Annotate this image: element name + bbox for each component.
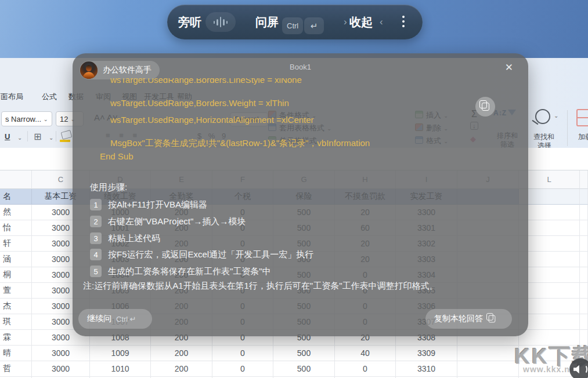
grid-cell[interactable] — [580, 205, 588, 220]
copy-answer-button[interactable]: 复制本轮回答 — [425, 309, 512, 329]
grid-cell[interactable]: 500 — [273, 346, 335, 361]
divider — [56, 131, 56, 141]
angle-icon: › — [344, 5, 347, 39]
find-select-icon[interactable] — [535, 109, 550, 124]
grid-cell[interactable] — [457, 346, 519, 361]
grid-cell[interactable]: 200 — [151, 346, 212, 361]
grid-cell[interactable]: 3000 — [32, 361, 90, 377]
underline-button[interactable]: U — [5, 132, 10, 141]
step-text: 按F5运行宏，或返回Excel通过「开发工具一宏」执行 — [108, 249, 313, 260]
table-header-cell[interactable] — [580, 189, 588, 205]
grid-cell[interactable]: 涵 — [0, 252, 32, 267]
step-text: 生成的工资条将保存在新工作表"工资条"中 — [108, 266, 271, 277]
chevron-down-icon: ⌄ — [17, 135, 22, 141]
grid-cell[interactable] — [580, 252, 588, 267]
ctrl-keycap: Ctrl — [282, 17, 303, 34]
grid-cell[interactable]: 1010 — [90, 361, 151, 377]
grid-cell[interactable]: 轩 — [0, 236, 32, 252]
grid-cell[interactable]: 霖 — [0, 330, 32, 346]
step-number: 5 — [90, 266, 102, 277]
note-text: 注:运行前请确保数据从A1开始且表头在第1行，执行后可在"工资条"工作表中调整打… — [83, 281, 521, 292]
listen-button[interactable]: 旁听 — [178, 5, 201, 39]
screen: 页面布局公式数据审阅视图开发工具帮助 s Narrow...⌄ 12⌄ U ⌄ … — [0, 0, 588, 378]
grid-cell[interactable] — [580, 299, 588, 314]
continue-ask-button[interactable]: 继续问 Ctrl ↵ — [78, 309, 152, 329]
angle-icon: ‹ — [380, 5, 383, 39]
grid-cell[interactable] — [580, 283, 588, 299]
grid-cell[interactable]: 萱 — [0, 283, 32, 299]
code-line: MsgBox"工资条生成完成!共"&(lastRow-1)&"条记录"，vbIn… — [110, 138, 370, 149]
code-line: wsTarget.UsedRange,HorizontalAlignment =… — [110, 115, 314, 125]
chevron-down-icon: ⌄ — [554, 112, 558, 119]
code-line: End Sub — [100, 151, 134, 161]
addins-label: 加载 — [578, 132, 588, 142]
ribbon-tab[interactable]: 公式 — [42, 88, 57, 106]
more-menu-icon[interactable] — [402, 16, 405, 27]
grid-cell[interactable]: 500 — [273, 361, 335, 377]
grid-cell[interactable]: 3000 — [32, 346, 90, 361]
grid-cell[interactable]: 琪 — [0, 314, 32, 330]
copy-icon — [489, 315, 496, 323]
grid-cell[interactable] — [580, 220, 588, 236]
grid-cell[interactable] — [580, 236, 588, 252]
collapse-button[interactable]: 收起 — [349, 5, 373, 39]
speaker-icon[interactable] — [569, 358, 588, 378]
font-size-value: 12 — [60, 115, 68, 123]
step-number: 1 — [90, 199, 102, 210]
addins-icon[interactable] — [576, 109, 588, 126]
grid-cell[interactable]: 杰 — [0, 299, 32, 314]
step-item: 4按F5运行宏，或返回Excel通过「开发工具一宏」执行 — [90, 249, 313, 260]
grid-cell[interactable]: 哲 — [0, 361, 32, 377]
step-number: 3 — [90, 232, 102, 244]
close-icon[interactable]: ✕ — [505, 61, 513, 74]
grid-cell[interactable]: 0 — [212, 346, 273, 361]
grid-cell[interactable] — [580, 267, 588, 283]
enter-keycap: ↵ — [304, 17, 324, 34]
voice-waveform-icon[interactable] — [205, 12, 236, 32]
assistant-toolbar: 旁听 问屏 Ctrl ↵ › 收起 ‹ — [167, 5, 423, 39]
step-text: 右键左侧"VBAProject"→插入→模块 — [108, 216, 246, 227]
grid-cell[interactable] — [580, 314, 588, 330]
divider — [567, 110, 568, 146]
divider — [27, 131, 28, 141]
step-number: 4 — [90, 249, 102, 260]
grid-cell[interactable]: 0 — [335, 361, 396, 377]
code-line: wsTarget.UsedRange.Borders.LineStyle = x… — [110, 78, 302, 85]
step-item: 1按Alt+F11打开VBA编辑器 — [90, 199, 207, 210]
step-number: 2 — [90, 216, 102, 227]
chevron-down-icon: ⌄ — [49, 135, 53, 141]
grid-cell[interactable]: 3309 — [396, 346, 457, 361]
grid-cell[interactable]: 怡 — [0, 220, 32, 236]
table-header-cell[interactable]: 名 — [0, 189, 32, 205]
grid-cell[interactable]: 200 — [151, 361, 212, 377]
step-item: 2右键左侧"VBAProject"→插入→模块 — [90, 216, 246, 227]
font-name-value: s Narrow... — [5, 115, 41, 123]
column-header[interactable] — [0, 170, 32, 189]
font-name-dropdown[interactable]: s Narrow...⌄ — [1, 111, 52, 126]
grid-cell[interactable]: 桐 — [0, 267, 32, 283]
grid-cell[interactable]: 40 — [335, 346, 396, 361]
copy-code-button[interactable] — [475, 97, 495, 117]
chevron-down-icon: ⌄ — [44, 116, 48, 122]
ask-screen-button[interactable]: 问屏 — [255, 5, 279, 39]
step-text: 粘贴上述代码 — [108, 233, 160, 244]
step-item: 3粘贴上述代码 — [90, 232, 160, 244]
step-text: 按Alt+F11打开VBA编辑器 — [108, 199, 207, 210]
borders-button[interactable]: ⊞ — [34, 131, 41, 142]
step-item: 5生成的工资条将保存在新工作表"工资条"中 — [90, 266, 271, 277]
grid-cell[interactable]: 3310 — [396, 361, 457, 377]
column-header[interactable] — [580, 170, 588, 189]
grid-cell[interactable] — [457, 361, 519, 377]
grid-cell[interactable]: 晴 — [0, 346, 32, 361]
grid-cell[interactable]: 0 — [212, 361, 273, 377]
document-title: Book1 — [73, 63, 528, 71]
fill-color-bar — [60, 140, 70, 142]
grid-cell[interactable]: 1009 — [90, 346, 151, 361]
grid-cell[interactable]: 然 — [0, 205, 32, 220]
steps-title: 使用步骤: — [90, 182, 127, 193]
assistant-panel: 办公软件高手 Book1 ✕ 使用步骤: 注:运行前请确保数据从A1开始且表头在… — [73, 53, 528, 336]
code-line: wsTarget.UsedRange,Borders.Weight = xlTh… — [110, 98, 289, 108]
copy-icon — [482, 103, 489, 111]
ribbon-tab[interactable]: 页面布局 — [0, 88, 23, 106]
